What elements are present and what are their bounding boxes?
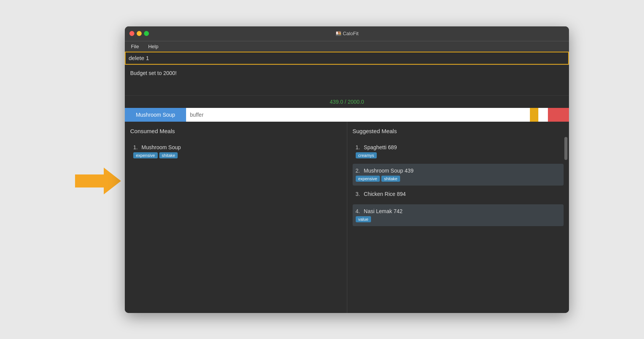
minimize-button[interactable] (137, 31, 142, 36)
suggested-meal-tags-4: value (356, 216, 561, 222)
consumed-meal-tags-1: expensive shitake (133, 152, 338, 158)
app-window: 🍱 CaloFit File Help Budget set to 2000! … (125, 26, 569, 313)
svg-marker-0 (75, 168, 121, 194)
app-title: 🍱 CaloFit (335, 31, 359, 36)
suggested-meal-tags-1: creamys (356, 152, 561, 158)
progress-area: 439.0 / 2000.0 (125, 95, 569, 108)
suggested-meal-number-3: 3. (356, 191, 360, 197)
progress-label: 439.0 / 2000.0 (125, 99, 569, 105)
suggested-meal-number-4: 4. (356, 208, 360, 214)
suggested-meal-number-1: 1. (356, 144, 360, 150)
buffer-orange-marker (530, 108, 538, 122)
tag-shitake-suggested: shitake (381, 176, 400, 182)
suggested-meals-panel: Suggested Meals 1. Spaghetti 689 creamys (347, 122, 569, 313)
tag-creamys: creamys (356, 152, 377, 158)
consumed-meals-panel: Consumed Meals 1. Mushroom Soup expensiv… (125, 122, 347, 313)
tag-expensive-suggested: expensive (356, 176, 380, 182)
suggested-meal-item-4[interactable]: 4. Nasi Lemak 742 value (353, 204, 564, 226)
tag-shitake-consumed: shitake (159, 152, 178, 158)
scrollbar[interactable] (564, 137, 567, 160)
status-area: Budget set to 2000! (125, 65, 569, 95)
suggested-meal-tags-2: expensive shitake (356, 176, 561, 182)
suggested-meal-item-1[interactable]: 1. Spaghetti 689 creamys (353, 140, 564, 162)
menu-help[interactable]: Help (147, 43, 160, 50)
suggested-meal-name-4: 4. Nasi Lemak 742 (356, 208, 561, 214)
tab-mushroom-soup[interactable]: Mushroom Soup (125, 108, 186, 122)
maximize-button[interactable] (144, 31, 149, 36)
tab-buffer[interactable]: buffer (186, 108, 569, 122)
buffer-red-marker (548, 108, 569, 122)
consumed-meal-item-1[interactable]: 1. Mushroom Soup expensive shitake (130, 140, 342, 162)
tag-expensive-consumed: expensive (133, 152, 158, 158)
menu-file[interactable]: File (129, 43, 141, 50)
suggested-meal-name-1: 1. Spaghetti 689 (356, 144, 561, 150)
status-message: Budget set to 2000! (130, 70, 177, 76)
command-input[interactable] (129, 55, 565, 61)
suggested-meal-item-2[interactable]: 2. Mushroom Soup 439 expensive shitake (353, 164, 564, 186)
main-content: Consumed Meals 1. Mushroom Soup expensiv… (125, 122, 569, 313)
page-wrapper: 🍱 CaloFit File Help Budget set to 2000! … (75, 26, 569, 313)
suggested-meal-item-3[interactable]: 3. Chicken Rice 894 (353, 187, 564, 203)
close-button[interactable] (129, 31, 134, 36)
menubar: File Help (125, 41, 569, 52)
tab-bar: Mushroom Soup buffer (125, 108, 569, 122)
consumed-meal-name-1: 1. Mushroom Soup (133, 144, 338, 150)
command-bar (125, 52, 569, 65)
suggested-meal-number-2: 2. (356, 168, 360, 174)
traffic-lights (129, 31, 149, 36)
suggested-meal-name-2: 2. Mushroom Soup 439 (356, 168, 561, 174)
suggested-meal-name-3: 3. Chicken Rice 894 (356, 191, 561, 197)
consumed-meal-number-1: 1. (133, 144, 138, 150)
tag-value: value (356, 216, 371, 222)
consumed-meals-title: Consumed Meals (130, 128, 342, 134)
arrow-container (75, 145, 121, 194)
suggested-meals-title: Suggested Meals (353, 128, 564, 134)
pointing-arrow-icon (75, 168, 121, 194)
titlebar: 🍱 CaloFit (125, 26, 569, 41)
